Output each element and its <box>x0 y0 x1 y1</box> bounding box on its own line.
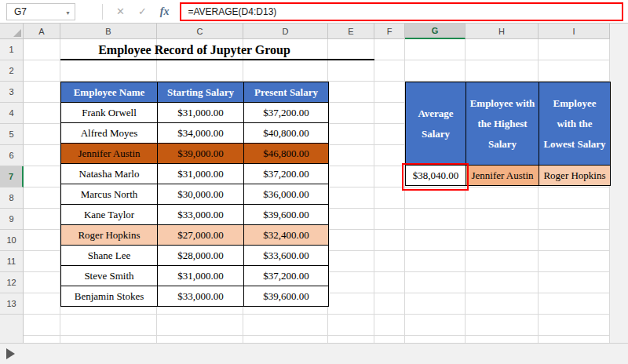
cell-starting[interactable]: $27,000.00 <box>158 225 244 246</box>
cell-starting[interactable]: $31,000.00 <box>158 266 244 286</box>
summary-header-row: Average Salary Employee with the Highest… <box>406 82 611 166</box>
table-row: Shane Lee $28,000.00 $33,600.00 <box>61 246 329 266</box>
table-row-highlight-lowest: Roger Hopkins $27,000.00 $32,400.00 <box>61 225 329 246</box>
cell-average-salary-G7[interactable]: $38,040.00 <box>406 166 466 186</box>
column-header-I[interactable]: I <box>539 24 610 39</box>
row-header-13[interactable]: 13 <box>0 293 24 315</box>
cell-starting[interactable]: $33,000.00 <box>158 286 244 307</box>
row-header-filler <box>0 315 24 343</box>
row-header-1[interactable]: 1 <box>0 39 24 60</box>
title-underline <box>60 59 374 60</box>
cell-present[interactable]: $36,000.00 <box>244 184 329 205</box>
cell-highest-employee[interactable]: Jennifer Austin <box>466 166 539 186</box>
cell-starting[interactable]: $31,000.00 <box>158 164 244 184</box>
cell-present[interactable]: $46,800.00 <box>244 144 329 164</box>
cell-present[interactable]: $33,600.00 <box>244 246 329 266</box>
column-header-D[interactable]: D <box>243 24 328 39</box>
cell-name[interactable]: Steve Smith <box>61 266 158 286</box>
cell-starting[interactable]: $34,000.00 <box>158 123 244 144</box>
row-header-8[interactable]: 8 <box>0 187 24 209</box>
formula-bar: G7 ▼ ✕ ✓ fx =AVERAGE(D4:D13) <box>0 0 628 24</box>
column-header-C[interactable]: C <box>157 24 243 39</box>
formula-bar-separator <box>102 4 103 20</box>
column-header-E[interactable]: E <box>328 24 374 39</box>
table-row: Alfred Moyes $34,000.00 $40,800.00 <box>61 123 329 144</box>
cell-present[interactable]: $37,200.00 <box>244 103 329 123</box>
row-headers: 1 2 3 4 5 6 7 8 9 10 11 12 13 <box>0 39 24 343</box>
cancel-icon[interactable]: ✕ <box>116 6 125 16</box>
cell-present[interactable]: $40,800.00 <box>244 123 329 144</box>
bottom-strip <box>0 343 628 364</box>
row-header-12[interactable]: 12 <box>0 272 24 293</box>
select-all-corner[interactable] <box>0 24 24 39</box>
header-present-salary[interactable]: Present Salary <box>244 82 329 103</box>
row-header-4[interactable]: 4 <box>0 103 24 124</box>
header-average-salary[interactable]: Average Salary <box>406 82 466 166</box>
cell-name[interactable]: Benjamin Stokes <box>61 286 158 307</box>
employee-table: Employee Name Starting Salary Present Sa… <box>60 82 329 307</box>
summary-value-row: $38,040.00 Jennifer Austin Roger Hopkins <box>406 166 611 186</box>
cell-name[interactable]: Kane Taylor <box>61 205 158 225</box>
insert-function-icon[interactable]: fx <box>160 6 170 17</box>
cell-starting[interactable]: $39,000.00 <box>158 144 244 164</box>
table-row: Frank Orwell $31,000.00 $37,200.00 <box>61 103 329 123</box>
column-headers: A B C D E F G H I <box>0 24 610 39</box>
formula-input[interactable]: =AVERAGE(D4:D13) <box>180 2 623 21</box>
row-header-10[interactable]: 10 <box>0 230 24 251</box>
table-row-highlight-highest: Jennifer Austin $39,000.00 $46,800.00 <box>61 144 329 164</box>
row-header-5[interactable]: 5 <box>0 124 24 145</box>
cell-name[interactable]: Frank Orwell <box>61 103 158 123</box>
cell-present[interactable]: $39,600.00 <box>244 205 329 225</box>
table-row: Marcus North $30,000.00 $36,000.00 <box>61 184 329 205</box>
cell-name[interactable]: Roger Hopkins <box>61 225 158 246</box>
cell-starting[interactable]: $28,000.00 <box>158 246 244 266</box>
column-header-B[interactable]: B <box>60 24 157 39</box>
row-header-6[interactable]: 6 <box>0 145 24 166</box>
cell-starting[interactable]: $30,000.00 <box>158 184 244 205</box>
cell-name[interactable]: Jennifer Austin <box>61 144 158 164</box>
cell-present[interactable]: $32,400.00 <box>244 225 329 246</box>
cell-name[interactable]: Natasha Marlo <box>61 164 158 184</box>
enter-icon[interactable]: ✓ <box>138 6 147 16</box>
cell-name[interactable]: Shane Lee <box>61 246 158 266</box>
row-header-7-selected[interactable]: 7 <box>0 166 24 187</box>
row-header-11[interactable]: 11 <box>0 251 24 272</box>
summary-table: Average Salary Employee with the Highest… <box>405 82 611 186</box>
header-highest-employee[interactable]: Employee with the Highest Salary <box>466 82 539 166</box>
cell-lowest-employee[interactable]: Roger Hopkins <box>539 166 611 186</box>
cell-present[interactable]: $39,600.00 <box>244 286 329 307</box>
cell-name[interactable]: Marcus North <box>61 184 158 205</box>
table-row: Steve Smith $31,000.00 $37,200.00 <box>61 266 329 286</box>
table-row: Kane Taylor $33,000.00 $39,600.00 <box>61 205 329 225</box>
column-header-G-selected[interactable]: G <box>405 24 466 39</box>
sheet-tab-scroll-icon[interactable] <box>6 348 15 359</box>
row-header-3[interactable]: 3 <box>0 82 24 103</box>
table-row: Natasha Marlo $31,000.00 $37,200.00 <box>61 164 329 184</box>
header-lowest-employee[interactable]: Employee with the Lowest Salary <box>539 82 611 166</box>
cell-starting[interactable]: $31,000.00 <box>158 103 244 123</box>
column-header-H[interactable]: H <box>466 24 539 39</box>
header-starting-salary[interactable]: Starting Salary <box>158 82 244 103</box>
column-header-A[interactable]: A <box>24 24 60 39</box>
name-box[interactable]: G7 ▼ <box>6 3 75 20</box>
row-header-9[interactable]: 9 <box>0 209 24 230</box>
name-box-dropdown-icon[interactable]: ▼ <box>65 10 71 16</box>
cell-present[interactable]: $37,200.00 <box>244 266 329 286</box>
row-header-2[interactable]: 2 <box>0 60 24 82</box>
excel-window: G7 ▼ ✕ ✓ fx =AVERAGE(D4:D13) A B C D E F… <box>0 0 628 364</box>
sheet-title[interactable]: Employee Record of Jupyter Group <box>60 40 328 60</box>
name-box-value: G7 <box>14 6 27 17</box>
cell-present[interactable]: $37,200.00 <box>244 164 329 184</box>
cell-starting[interactable]: $33,000.00 <box>158 205 244 225</box>
employee-table-header-row: Employee Name Starting Salary Present Sa… <box>61 82 329 103</box>
table-row: Benjamin Stokes $33,000.00 $39,600.00 <box>61 286 329 307</box>
cell-name[interactable]: Alfred Moyes <box>61 123 158 144</box>
header-employee-name[interactable]: Employee Name <box>61 82 158 103</box>
column-header-F[interactable]: F <box>374 24 405 39</box>
